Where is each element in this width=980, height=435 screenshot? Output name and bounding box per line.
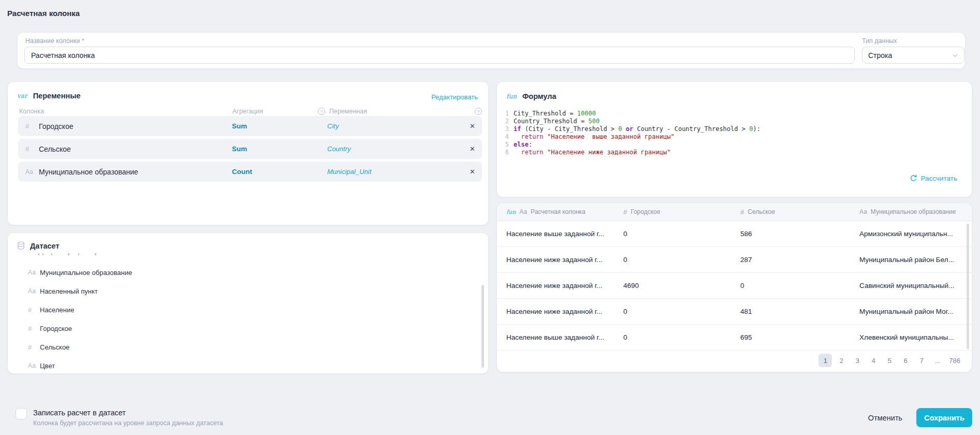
table-cell: 0 bbox=[740, 272, 744, 298]
code-token: or bbox=[626, 125, 633, 133]
code-line: 5else: bbox=[502, 141, 964, 149]
help-icon[interactable]: ? bbox=[475, 108, 482, 115]
results-column-header: АаМуниципальное образование bbox=[859, 203, 956, 221]
cancel-button[interactable]: Отменить bbox=[857, 409, 914, 427]
code-token: if bbox=[514, 125, 521, 133]
code-token bbox=[544, 133, 547, 140]
results-column-header: #Городское bbox=[623, 203, 660, 221]
pagination: 1234567...786 bbox=[818, 354, 962, 367]
chevron-down-icon bbox=[952, 52, 958, 59]
line-number: 2 bbox=[502, 118, 509, 125]
save-button[interactable]: Сохранить bbox=[916, 408, 972, 427]
variable-column-name: Муниципальное образование bbox=[39, 162, 138, 182]
field-type-icon: # bbox=[28, 325, 32, 332]
page-button[interactable]: 6 bbox=[899, 354, 912, 367]
line-number: 3 bbox=[502, 125, 509, 133]
code-text: return "Население выше заданной границы" bbox=[514, 133, 675, 141]
table-cell: 287 bbox=[740, 247, 752, 272]
dataset-field[interactable]: АаНаселенный пункт bbox=[8, 282, 488, 300]
dataset-field[interactable]: #Городское bbox=[8, 319, 488, 338]
variable-name[interactable]: Country bbox=[327, 139, 351, 159]
data-type-select[interactable]: Строка bbox=[862, 47, 964, 64]
column-name-input[interactable] bbox=[24, 47, 855, 64]
field-name: Сельское bbox=[40, 338, 69, 356]
remove-variable-button[interactable]: ✕ bbox=[470, 139, 475, 159]
page-button[interactable]: 4 bbox=[867, 354, 880, 367]
aggregation-value[interactable]: Sum bbox=[232, 139, 247, 159]
field-name: Населенный пункт bbox=[40, 282, 98, 300]
code-line: 4 return "Население выше заданной границ… bbox=[502, 133, 964, 141]
variable-row: #ГородскоеSumCity✕ bbox=[18, 116, 482, 136]
column-header-variable-label: Переменная bbox=[329, 108, 367, 115]
page-button[interactable]: 3 bbox=[851, 354, 864, 367]
dataset-field[interactable]: АаМуниципальное образование bbox=[8, 263, 488, 282]
column-type-icon: Аа bbox=[25, 168, 33, 176]
line-number: 1 bbox=[502, 110, 509, 118]
dataset-panel: Датасет АаМуниципальное образованиеАаНас… bbox=[7, 233, 489, 374]
column-header-aggregation: Агрегация bbox=[232, 108, 263, 115]
code-token: "Население выше заданной границы" bbox=[547, 133, 675, 140]
code-token: Country_Threshold = bbox=[514, 118, 589, 125]
field-type-icon: Аа bbox=[28, 269, 36, 276]
column-type-icon: Аа bbox=[519, 208, 527, 215]
write-to-dataset-checkbox[interactable] bbox=[16, 408, 27, 419]
page-button[interactable]: 5 bbox=[883, 354, 896, 367]
variable-name[interactable]: City bbox=[327, 116, 339, 136]
dataset-field[interactable]: #Сельское bbox=[8, 338, 488, 356]
code-token bbox=[622, 125, 626, 133]
help-icon[interactable]: ? bbox=[318, 108, 325, 115]
table-row: Население ниже заданной г...0481Муниципа… bbox=[497, 298, 972, 325]
table-cell: 0 bbox=[623, 324, 627, 350]
code-text: City_Threshold = 10000 bbox=[514, 110, 596, 118]
code-text: Country_Threshold = 500 bbox=[514, 118, 599, 125]
page-button[interactable]: 7 bbox=[915, 354, 928, 367]
column-type-icon: # bbox=[25, 122, 29, 130]
table-cell: 4690 bbox=[623, 272, 639, 298]
page-button[interactable]: 786 bbox=[947, 354, 962, 367]
remove-variable-button[interactable]: ✕ bbox=[470, 162, 475, 182]
column-header-variable: ? Переменная bbox=[318, 108, 367, 115]
var-badge-icon: var bbox=[17, 92, 27, 99]
dataset-scrollbar[interactable] bbox=[481, 285, 484, 368]
table-row: Население выше заданной г...0695Хлевенск… bbox=[497, 324, 972, 351]
page-button[interactable]: 1 bbox=[818, 354, 832, 367]
dataset-field[interactable]: #Население bbox=[8, 300, 488, 319]
table-row: Население выше заданной г...0586Армизонс… bbox=[497, 221, 972, 247]
column-type-icon: # bbox=[623, 208, 627, 216]
dataset-field[interactable]: АаЦвет bbox=[8, 356, 488, 375]
table-row: Население ниже заданной г...0287Муниципа… bbox=[497, 247, 972, 273]
edit-variables-link[interactable]: Редактировать bbox=[431, 93, 478, 101]
calculate-button[interactable]: Рассчитать bbox=[910, 175, 957, 182]
column-label: Расчетная колонка bbox=[531, 208, 586, 215]
results-scrollbar[interactable] bbox=[967, 224, 969, 349]
code-token bbox=[514, 133, 521, 140]
results-table: funАаРасчетная колонка#Городское#Сельско… bbox=[496, 202, 972, 372]
code-token: "Население ниже заданной границы" bbox=[547, 149, 670, 156]
page-button[interactable]: ... bbox=[931, 354, 944, 367]
code-token: Country - Country_Threshold > bbox=[633, 125, 749, 133]
formula-code[interactable]: 1City_Threshold = 100002Country_Threshol… bbox=[502, 110, 964, 156]
column-name-label: Название колонки * bbox=[25, 37, 84, 45]
results-column-header: #Сельское bbox=[740, 203, 775, 221]
variable-row: #СельскоеSumCountry✕ bbox=[18, 139, 482, 159]
page-button[interactable]: 2 bbox=[835, 354, 848, 367]
field-name: Городское bbox=[40, 319, 72, 338]
column-type-icon: # bbox=[740, 208, 744, 216]
data-type-value: Строка bbox=[868, 51, 892, 60]
code-token: : bbox=[529, 141, 532, 148]
aggregation-value[interactable]: Sum bbox=[232, 116, 247, 136]
fun-badge-icon: fun bbox=[506, 93, 517, 100]
remove-variable-button[interactable]: ✕ bbox=[470, 116, 475, 136]
code-text: return "Население ниже заданной границы" bbox=[514, 149, 670, 156]
table-cell: Население ниже заданной г... bbox=[506, 272, 602, 298]
aggregation-value[interactable]: Count bbox=[232, 162, 252, 182]
code-line: 6 return "Население ниже заданной границ… bbox=[502, 149, 964, 156]
variable-name[interactable]: Municipal_Unit bbox=[327, 162, 371, 182]
refresh-icon bbox=[910, 175, 917, 182]
table-cell: Савинский муниципальный... bbox=[859, 272, 954, 298]
table-cell: Муниципальный район Бел... bbox=[859, 247, 954, 272]
table-cell: 695 bbox=[740, 324, 752, 350]
table-cell: Население выше заданной г... bbox=[506, 324, 604, 350]
field-type-icon: # bbox=[28, 343, 32, 351]
fun-badge-icon: fun bbox=[506, 209, 516, 215]
